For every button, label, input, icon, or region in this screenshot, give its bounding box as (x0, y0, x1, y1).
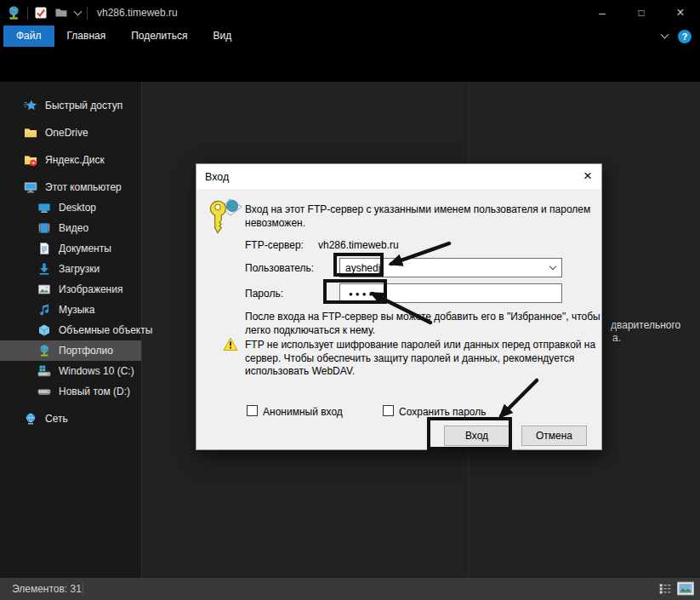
server-label: FTP-сервер: (245, 239, 304, 253)
tab-home[interactable]: Главная (54, 26, 119, 47)
sidebar-item-label: Сеть (45, 413, 68, 425)
separator (87, 7, 88, 20)
sidebar-item-label: Документы (59, 243, 111, 254)
window-title: vh286.timeweb.ru (97, 7, 178, 19)
qat-properties-icon[interactable] (34, 6, 48, 20)
chevron-down-icon (549, 263, 556, 270)
sidebar-item-portfolio[interactable]: Портфолио (0, 340, 141, 361)
music-icon (37, 303, 51, 317)
username-value: ayshedj (340, 259, 561, 274)
expand-ribbon-chevron-icon[interactable] (661, 31, 669, 39)
dialog-title: Вход (205, 171, 229, 183)
network-icon (24, 412, 37, 426)
sidebar-item-label: Изображения (59, 283, 122, 295)
folder-icon (24, 126, 37, 140)
password-field[interactable]: ●●●●●● (339, 283, 562, 303)
close-button[interactable]: × (661, 0, 700, 26)
minimize-button[interactable]: – (583, 0, 622, 26)
ftp-login-dialog: Вход × Вход на этот FTP-сервер с указанн… (196, 163, 602, 450)
sidebar-item-quick-access[interactable]: Быстрый доступ (0, 95, 141, 116)
app-ftp-icon (6, 5, 21, 20)
sidebar-item-yandex-disk[interactable]: Яндекс.Диск (0, 150, 141, 170)
combobox-dropdown-button[interactable] (546, 260, 560, 275)
title-bar: vh286.timeweb.ru – □ × (0, 0, 700, 26)
sidebar-item-label: Этот компьютер (45, 181, 122, 193)
sidebar-item-desktop[interactable]: Desktop (0, 197, 141, 218)
sidebar-item-pictures[interactable]: Изображения (0, 279, 141, 300)
sidebar-item-label: Desktop (59, 202, 96, 214)
drive-windows-icon (37, 364, 51, 378)
video-icon (37, 221, 51, 235)
explorer-window: vh286.timeweb.ru – □ × Файл Главная Поде… (0, 0, 700, 600)
anonymous-login-label: Анонимный вход (263, 406, 343, 420)
help-icon[interactable]: ? (678, 30, 691, 43)
sidebar-item-this-pc[interactable]: Этот компьютер (0, 177, 141, 197)
password-label: Пароль: (245, 288, 283, 301)
save-password-checkbox[interactable] (383, 405, 394, 416)
anonymous-login-checkbox[interactable] (247, 405, 258, 416)
sidebar-item-network[interactable]: Сеть (0, 409, 141, 429)
login-button[interactable]: Вход (444, 426, 509, 446)
qat-customize-chevron-icon[interactable] (74, 7, 83, 15)
username-label: Пользователь: (245, 262, 314, 276)
separator (27, 7, 28, 20)
sidebar-item-label: Новый том (D:) (59, 386, 130, 397)
desktop-icon (37, 201, 51, 214)
qat-new-folder-icon[interactable] (54, 6, 68, 20)
preview-text-fragment: а. (612, 332, 621, 344)
save-password-label: Сохранить пароль (399, 406, 486, 420)
sidebar-item-windows-c[interactable]: Windows 10 (C:) (0, 361, 141, 381)
computer-icon (24, 180, 37, 194)
navigation-sidebar: Быстрый доступOneDriveЯндекс.ДискЭтот ко… (0, 82, 141, 578)
documents-icon (37, 242, 51, 255)
cancel-button[interactable]: Отмена (521, 426, 587, 446)
sidebar-item-video[interactable]: Видео (0, 218, 141, 238)
dialog-message: Вход на этот FTP-сервер с указанными име… (245, 203, 590, 230)
sidebar-item-label: Windows 10 (C:) (59, 365, 134, 377)
drive-icon (37, 385, 51, 398)
navigation-bar: ← → ↑ › Интернет › vh286.timeweb.ru Поис… (0, 47, 700, 82)
sidebar-item-onedrive[interactable]: OneDrive (0, 123, 141, 143)
maximize-button[interactable]: □ (622, 0, 661, 26)
tab-view[interactable]: Вид (200, 26, 244, 47)
sidebar-item-downloads[interactable]: Загрузки (0, 259, 141, 279)
items-count: Элементов: 31 (12, 583, 82, 595)
sidebar-item-label: Загрузки (59, 263, 100, 275)
sidebar-item-label: Быстрый доступ (45, 100, 122, 111)
sidebar-item-new-volume-d[interactable]: Новый том (D:) (0, 381, 141, 402)
downloads-icon (37, 262, 51, 276)
favorites-note: После входа на FTP-сервер вы можете доба… (245, 311, 600, 337)
sidebar-item-label: Портфолио (59, 345, 113, 357)
tab-share[interactable]: Поделиться (118, 26, 200, 47)
status-bar: Элементов: 31 (0, 578, 700, 600)
details-view-button[interactable] (659, 583, 671, 595)
thumbnails-view-button[interactable] (677, 581, 694, 596)
sidebar-item-label: Яндекс.Диск (45, 154, 105, 166)
dialog-close-icon[interactable]: × (583, 168, 592, 185)
cube-icon (37, 323, 51, 337)
sidebar-item-music[interactable]: Музыка (0, 300, 141, 320)
server-value: vh286.timeweb.ru (318, 239, 399, 253)
key-globe-icon (208, 197, 243, 237)
sidebar-item-3d-objects[interactable]: Объемные объекты (0, 320, 141, 340)
username-combobox[interactable]: ayshedj (339, 258, 562, 277)
dialog-title-bar: Вход × (196, 164, 601, 189)
star-icon (24, 99, 37, 112)
pictures-icon (37, 283, 51, 296)
preview-text-fragment: дварительного (611, 319, 680, 331)
warning-icon (223, 337, 238, 351)
warning-text: FTP не использует шифрование паролей или… (245, 339, 595, 379)
sidebar-item-documents[interactable]: Документы (0, 238, 141, 259)
ribbon-tabs: Файл Главная Поделиться Вид ? (0, 26, 700, 47)
tab-file[interactable]: Файл (3, 26, 54, 47)
password-mask: ●●●●●● (340, 284, 561, 298)
ftp-site-icon (37, 344, 51, 357)
sidebar-item-label: Музыка (59, 304, 94, 316)
divider (83, 583, 83, 595)
sidebar-item-label: Объемные объекты (59, 324, 152, 336)
sidebar-item-label: OneDrive (45, 127, 88, 139)
folder-yandex-icon (24, 153, 37, 167)
sidebar-item-label: Видео (59, 222, 88, 234)
